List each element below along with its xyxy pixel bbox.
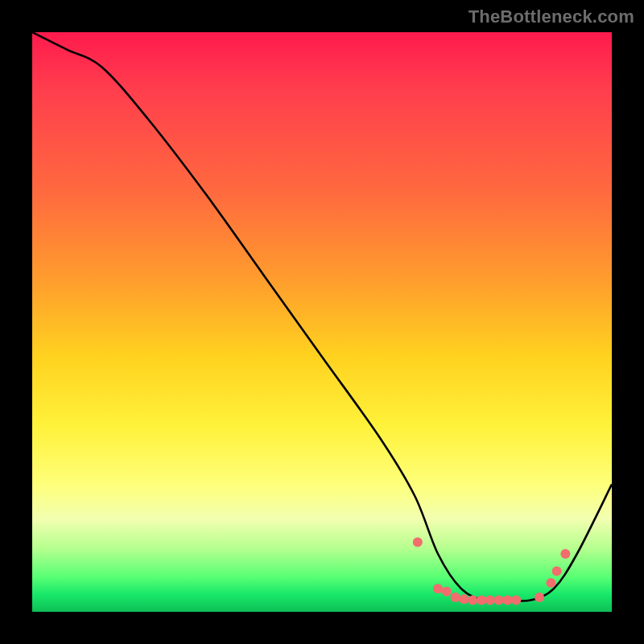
- chart-container: TheBottleneck.com: [0, 0, 644, 644]
- curve-line: [32, 32, 612, 601]
- marker-dot: [413, 538, 423, 547]
- marker-dot: [433, 584, 443, 593]
- marker-dot: [459, 594, 469, 604]
- marker-dot: [535, 592, 544, 602]
- marker-dot: [451, 592, 460, 602]
- marker-dot: [502, 596, 512, 605]
- marker-dot: [494, 596, 504, 605]
- marker-dot: [546, 578, 555, 588]
- marker-dot: [552, 567, 562, 576]
- marker-dot: [468, 596, 477, 605]
- watermark-label: TheBottleneck.com: [469, 6, 634, 27]
- plot-area: [32, 32, 612, 612]
- marker-dot: [511, 596, 521, 605]
- chart-svg: [32, 32, 612, 612]
- marker-dot: [560, 549, 570, 559]
- marker-dot: [442, 587, 452, 597]
- marker-dot: [485, 596, 495, 605]
- marker-dot: [477, 596, 486, 605]
